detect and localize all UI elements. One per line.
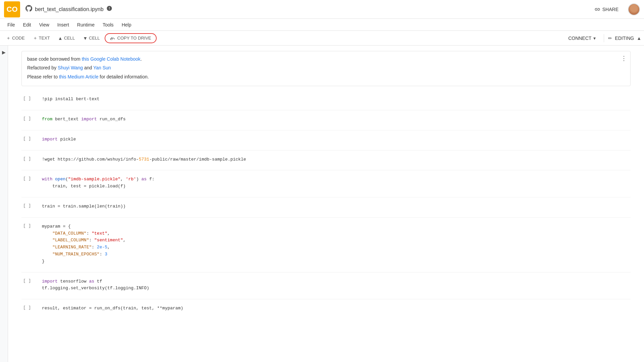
code-token: as — [89, 279, 94, 284]
code-content[interactable]: import tensorflow as tftf.logging.set_ve… — [42, 276, 630, 295]
code-content[interactable]: from bert_text import run_on_dfs — [42, 113, 630, 126]
plus-icon: ＋ — [6, 35, 11, 41]
github-icon — [25, 5, 32, 13]
code-token — [52, 177, 55, 182]
text-line1-prefix: base code borrowed from — [27, 56, 82, 62]
code-token: import — [42, 137, 58, 142]
menu-view[interactable]: View — [36, 21, 53, 29]
text-cell-line3: Please refer to this Medium Article for … — [27, 73, 625, 80]
add-text-button[interactable]: ＋ TEXT — [30, 34, 53, 43]
code-content[interactable]: train = train.sample(len(train)) — [42, 200, 630, 213]
code-content[interactable]: myparam = { "DATA_COLUMN": "text", "LABE… — [42, 221, 630, 268]
code-cell-3: [ ]import pickle — [21, 132, 631, 147]
code-line: } — [42, 258, 628, 265]
code-line: tf.logging.set_verbosity(tf.logging.INFO… — [42, 285, 628, 292]
code-token: 'rb' — [126, 177, 136, 182]
code-content[interactable]: !wget https://github.com/wshuyi/info-573… — [42, 154, 630, 166]
main-content: ▶ base code borrowed from this Google Co… — [0, 46, 644, 362]
copy-to-drive-button[interactable]: COPY TO DRIVE — [105, 33, 157, 43]
code-line: result, estimator = run_on_dfs(train, te… — [42, 305, 628, 312]
code-token: ) — [136, 177, 142, 182]
top-right-area: SHARE — [590, 3, 640, 15]
menu-runtime[interactable]: Runtime — [74, 21, 98, 29]
code-cell-4: [ ]!wget https://github.com/wshuyi/info-… — [21, 152, 631, 168]
move-cell-down-button[interactable]: ▼ CELL — [79, 34, 103, 43]
share-button[interactable]: SHARE — [590, 4, 623, 14]
code-token: : — [92, 245, 97, 250]
cell-divider — [21, 272, 631, 273]
menu-edit[interactable]: Edit — [20, 21, 35, 29]
code-line: "NUM_TRAIN_EPOCHS": 3 — [42, 251, 628, 258]
connect-button[interactable]: CONNECT ▾ — [564, 34, 600, 43]
toolbar-separator — [604, 34, 604, 42]
code-token: "imdb-sample.pickle" — [68, 177, 120, 182]
cell-options-icon[interactable]: ⋮ — [621, 55, 627, 62]
cell-divider — [21, 170, 631, 170]
code-token: import — [81, 117, 97, 122]
code-token: -public/raw/master/imdb-sample.pickle — [149, 157, 246, 162]
top-bar: CO bert_text_classification.ipynb SHARE — [0, 0, 644, 19]
cell-bracket: [ ] — [23, 223, 31, 228]
code-token: tensorflow — [58, 279, 89, 284]
shuyi-wang-link[interactable]: Shuyi Wang — [58, 65, 83, 70]
code-line: !pip install bert-text — [42, 96, 628, 103]
code-cell-9: [ ]result, estimator = run_on_dfs(train,… — [21, 301, 631, 316]
code-content[interactable]: result, estimator = run_on_dfs(train, te… — [42, 302, 630, 315]
code-line: "LABEL_COLUMN": "sentiment", — [42, 237, 628, 244]
text-line2-mid: and — [83, 65, 93, 70]
code-cell-7: [ ]myparam = { "DATA_COLUMN": "text", "L… — [21, 219, 631, 269]
code-token: f: — [147, 177, 154, 182]
colab-notebook-link[interactable]: this Google Colab Notebook — [82, 56, 141, 62]
menu-insert[interactable]: Insert — [54, 21, 72, 29]
plus-icon-text: ＋ — [33, 35, 38, 41]
code-token: 3 — [105, 252, 107, 257]
arrow-down-icon: ▼ — [83, 36, 88, 41]
code-cell-8: [ ]import tensorflow as tftf.logging.set… — [21, 274, 631, 297]
text-line3-prefix: Please refer to — [27, 74, 59, 79]
code-token — [42, 231, 52, 236]
code-token: "DATA_COLUMN" — [52, 231, 86, 236]
cell-bracket: [ ] — [23, 278, 31, 283]
text-cell-line1: base code borrowed from this Google Cola… — [27, 55, 625, 63]
yan-sun-link[interactable]: Yan Sun — [93, 65, 111, 70]
add-code-button[interactable]: ＋ CODE — [3, 34, 28, 43]
cell-run-area: [ ] — [22, 133, 42, 141]
code-token: as — [142, 177, 147, 182]
code-token: with — [42, 177, 52, 182]
chevron-right-icon: ▶ — [2, 50, 6, 55]
colab-logo[interactable]: CO — [4, 1, 20, 17]
medium-article-link[interactable]: this Medium Article — [59, 74, 98, 79]
code-token: bert_text — [52, 117, 81, 122]
menu-tools[interactable]: Tools — [99, 21, 117, 29]
code-token: tf — [94, 279, 102, 284]
notebook-title-area: bert_text_classification.ipynb — [25, 5, 588, 13]
user-avatar[interactable] — [628, 3, 640, 15]
code-content[interactable]: !pip install bert-text — [42, 93, 630, 106]
side-panel-toggle[interactable]: ▶ — [0, 46, 8, 362]
code-cell-6: [ ]train = train.sample(len(train)) — [21, 199, 631, 215]
code-line: myparam = { — [42, 223, 628, 230]
toolbar-right: CONNECT ▾ ✏ EDITING ▲ — [564, 34, 641, 43]
move-cell-up-button[interactable]: ▲ CELL — [55, 34, 78, 43]
code-token: "LEARNING_RATE" — [52, 245, 92, 250]
code-token: : — [87, 231, 92, 236]
cell-run-area: [ ] — [22, 93, 42, 101]
menu-help[interactable]: Help — [118, 21, 135, 29]
cell-bracket: [ ] — [23, 136, 31, 141]
menu-file[interactable]: File — [4, 21, 18, 29]
text-line1-suffix: . — [141, 56, 142, 62]
connect-label: CONNECT — [568, 36, 591, 41]
text-line2-prefix: Refactored by — [27, 65, 58, 70]
cell-bracket: [ ] — [23, 116, 31, 121]
code-content[interactable]: import pickle — [42, 133, 630, 146]
code-line: !wget https://github.com/wshuyi/info-573… — [42, 156, 628, 163]
cell-divider — [21, 217, 631, 218]
notebook-options-icon[interactable] — [106, 5, 112, 13]
chevron-up-icon[interactable]: ▲ — [637, 36, 641, 41]
code-content[interactable]: with open("imdb-sample.pickle", 'rb') as… — [42, 173, 630, 193]
cell-run-area: [ ] — [22, 200, 42, 208]
share-label: SHARE — [602, 7, 619, 12]
text-cell: base code borrowed from this Google Cola… — [21, 51, 631, 86]
code-line: train = train.sample(len(train)) — [42, 203, 628, 210]
cell-bracket: [ ] — [23, 305, 31, 310]
